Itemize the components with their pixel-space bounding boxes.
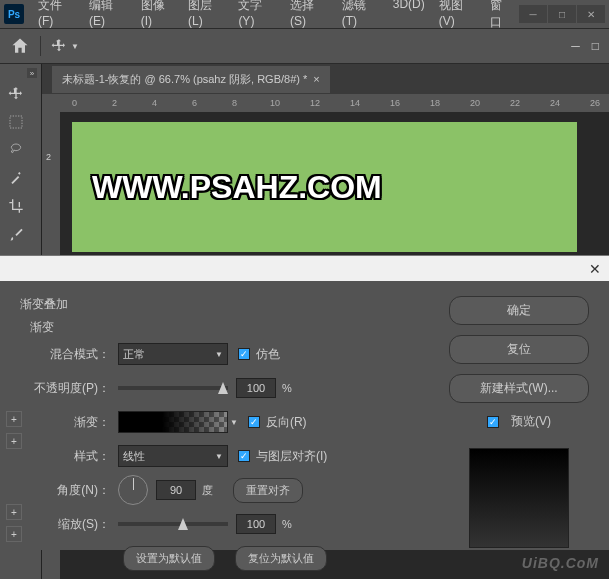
align-label: 与图层对齐(I) bbox=[256, 448, 327, 465]
wand-tool[interactable] bbox=[4, 166, 28, 190]
expand-panel-icon[interactable]: + bbox=[6, 433, 22, 449]
angle-unit: 度 bbox=[202, 483, 213, 498]
ruler-tick: 4 bbox=[152, 98, 157, 108]
marquee-tool[interactable] bbox=[4, 110, 28, 134]
style-value: 线性 bbox=[123, 449, 145, 464]
minimize-app-icon[interactable]: ─ bbox=[571, 39, 580, 53]
menu-edit[interactable]: 编辑(E) bbox=[83, 0, 133, 35]
close-button[interactable]: ✕ bbox=[577, 5, 605, 23]
ruler-tick: 8 bbox=[232, 98, 237, 108]
angle-input[interactable] bbox=[156, 480, 196, 500]
set-default-button[interactable]: 设置为默认值 bbox=[123, 546, 215, 571]
move-tool[interactable] bbox=[4, 82, 28, 106]
dialog-form: 渐变叠加 渐变 混合模式： 正常 ▼ ✓ 仿色 不透明度(P)： % bbox=[20, 296, 429, 571]
reset-default-button[interactable]: 复位为默认值 bbox=[235, 546, 327, 571]
scale-unit: % bbox=[282, 518, 292, 530]
crop-tool[interactable] bbox=[4, 194, 28, 218]
expand-panel-icon[interactable]: + bbox=[6, 504, 22, 520]
home-icon[interactable] bbox=[10, 36, 30, 56]
blend-mode-select[interactable]: 正常 ▼ bbox=[118, 343, 228, 365]
expand-panel-icon[interactable]: + bbox=[6, 411, 22, 427]
window-controls: ─ □ ✕ bbox=[519, 5, 605, 23]
section-title: 渐变叠加 bbox=[20, 296, 429, 313]
expand-tools-icon[interactable]: » bbox=[27, 68, 37, 78]
ruler-tick: 24 bbox=[550, 98, 560, 108]
chevron-down-icon: ▼ bbox=[215, 452, 223, 461]
scale-label: 缩放(S)： bbox=[20, 516, 110, 533]
ruler-tick: 18 bbox=[430, 98, 440, 108]
move-icon bbox=[51, 38, 67, 54]
preview-thumbnail bbox=[469, 448, 569, 548]
gradient-picker[interactable] bbox=[118, 411, 228, 433]
cancel-button[interactable]: 复位 bbox=[449, 335, 589, 364]
gradient-label: 渐变： bbox=[20, 414, 110, 431]
menu-image[interactable]: 图像(I) bbox=[135, 0, 180, 35]
menu-layer[interactable]: 图层(L) bbox=[182, 0, 230, 35]
preview-label: 预览(V) bbox=[511, 413, 551, 430]
svg-rect-0 bbox=[10, 116, 22, 128]
ruler-tick: 22 bbox=[510, 98, 520, 108]
opacity-unit: % bbox=[282, 382, 292, 394]
ruler-tick: 26 bbox=[590, 98, 600, 108]
restore-app-icon[interactable]: □ bbox=[592, 39, 599, 53]
ps-logo-icon: Ps bbox=[4, 4, 24, 24]
menu-view[interactable]: 视图(V) bbox=[433, 0, 483, 35]
move-tool-options[interactable]: ▼ bbox=[51, 38, 79, 54]
angle-dial[interactable] bbox=[118, 475, 148, 505]
document-tab[interactable]: 未标题-1-恢复的 @ 66.7% (psahz 阴影, RGB/8#) * × bbox=[52, 66, 330, 93]
blend-mode-value: 正常 bbox=[123, 347, 145, 362]
ruler-tick: 6 bbox=[192, 98, 197, 108]
ruler-tick: 10 bbox=[270, 98, 280, 108]
ruler-tick: 2 bbox=[46, 152, 51, 162]
dialog-close-icon[interactable]: ✕ bbox=[589, 261, 601, 277]
dialog-body: 渐变叠加 渐变 混合模式： 正常 ▼ ✓ 仿色 不透明度(P)： % bbox=[0, 281, 609, 579]
ok-button[interactable]: 确定 bbox=[449, 296, 589, 325]
reverse-label: 反向(R) bbox=[266, 414, 307, 431]
dither-label: 仿色 bbox=[256, 346, 280, 363]
divider bbox=[40, 36, 41, 56]
lasso-tool[interactable] bbox=[4, 138, 28, 162]
ruler-tick: 2 bbox=[112, 98, 117, 108]
tab-close-icon[interactable]: × bbox=[313, 73, 319, 85]
minimize-button[interactable]: ─ bbox=[519, 5, 547, 23]
opacity-input[interactable] bbox=[236, 378, 276, 398]
menu-select[interactable]: 选择(S) bbox=[284, 0, 334, 35]
preview-checkbox[interactable]: ✓ bbox=[487, 416, 499, 428]
watermark: UiBQ.CoM bbox=[522, 555, 599, 571]
menu-window[interactable]: 窗口 bbox=[484, 0, 519, 35]
menubar: 文件(F) 编辑(E) 图像(I) 图层(L) 文字(Y) 选择(S) 滤镜(T… bbox=[32, 0, 519, 35]
style-select[interactable]: 线性 ▼ bbox=[118, 445, 228, 467]
ruler-tick: 12 bbox=[310, 98, 320, 108]
text-layer: WWW.PSAHZ.COM bbox=[92, 169, 382, 206]
dialog-actions: 确定 复位 新建样式(W)... ✓ 预览(V) bbox=[449, 296, 589, 571]
menu-3d[interactable]: 3D(D) bbox=[387, 0, 431, 35]
subsection-title: 渐变 bbox=[30, 319, 429, 336]
opacity-slider[interactable] bbox=[118, 386, 228, 390]
new-style-button[interactable]: 新建样式(W)... bbox=[449, 374, 589, 403]
document-tabs: 未标题-1-恢复的 @ 66.7% (psahz 阴影, RGB/8#) * × bbox=[42, 64, 609, 94]
dither-checkbox[interactable]: ✓ bbox=[238, 348, 250, 360]
maximize-button[interactable]: □ bbox=[548, 5, 576, 23]
reset-align-button[interactable]: 重置对齐 bbox=[233, 478, 303, 503]
ruler-horizontal: 0 2 4 6 8 10 12 14 16 18 20 22 24 26 bbox=[42, 94, 609, 112]
style-label: 样式： bbox=[20, 448, 110, 465]
scale-input[interactable] bbox=[236, 514, 276, 534]
chevron-down-icon[interactable]: ▼ bbox=[230, 418, 238, 427]
scale-slider[interactable] bbox=[118, 522, 228, 526]
angle-label: 角度(N)： bbox=[20, 482, 110, 499]
chevron-down-icon: ▼ bbox=[215, 350, 223, 359]
ruler-tick: 16 bbox=[390, 98, 400, 108]
brush-tool[interactable] bbox=[4, 222, 28, 246]
tab-label: 未标题-1-恢复的 @ 66.7% (psahz 阴影, RGB/8#) * bbox=[62, 72, 307, 87]
menu-filter[interactable]: 滤镜(T) bbox=[336, 0, 385, 35]
align-checkbox[interactable]: ✓ bbox=[238, 450, 250, 462]
expand-panel-icon[interactable]: + bbox=[6, 526, 22, 542]
dialog-titlebar: ✕ bbox=[0, 256, 609, 281]
menu-text[interactable]: 文字(Y) bbox=[232, 0, 282, 35]
blend-mode-label: 混合模式： bbox=[20, 346, 110, 363]
titlebar: Ps 文件(F) 编辑(E) 图像(I) 图层(L) 文字(Y) 选择(S) 滤… bbox=[0, 0, 609, 28]
reverse-checkbox[interactable]: ✓ bbox=[248, 416, 260, 428]
menu-file[interactable]: 文件(F) bbox=[32, 0, 81, 35]
chevron-down-icon: ▼ bbox=[71, 42, 79, 51]
ruler-tick: 20 bbox=[470, 98, 480, 108]
